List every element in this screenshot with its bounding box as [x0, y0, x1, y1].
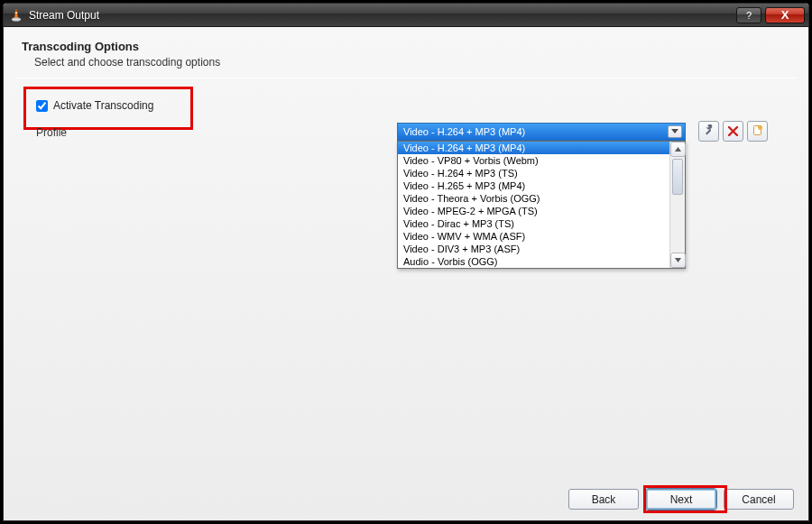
profile-dropdown-list[interactable]: Video - H.264 + MP3 (MP4) Video - VP80 +…: [397, 141, 686, 269]
edit-profile-button[interactable]: [698, 121, 719, 142]
cancel-button[interactable]: Cancel: [724, 489, 794, 510]
new-profile-button[interactable]: [747, 121, 768, 142]
activate-transcoding-input[interactable]: [36, 100, 48, 112]
new-document-icon: [752, 124, 763, 140]
svg-rect-0: [15, 12, 17, 13]
scrollbar[interactable]: [669, 142, 685, 268]
profile-option[interactable]: Video - MPEG-2 + MPGA (TS): [398, 205, 669, 217]
profile-option[interactable]: Audio - Vorbis (OGG): [398, 255, 669, 268]
x-icon: [728, 124, 738, 140]
activate-transcoding-label: Activate Transcoding: [53, 99, 153, 112]
profile-option[interactable]: Video - H.265 + MP3 (MP4): [398, 179, 669, 192]
dialog-window: Stream Output ? X Transcoding Options Se…: [3, 3, 809, 521]
delete-profile-button[interactable]: [723, 121, 743, 142]
app-icon: [9, 8, 23, 23]
scroll-thumb[interactable]: [672, 159, 683, 195]
profile-label: Profile: [36, 126, 67, 139]
profile-option[interactable]: Video - H.264 + MP3 (TS): [398, 167, 669, 179]
divider: [16, 78, 796, 78]
scroll-up-icon[interactable]: [670, 142, 686, 157]
profile-option[interactable]: Video - Dirac + MP3 (TS): [398, 217, 669, 230]
button-bar: Back Next Cancel: [568, 489, 794, 510]
profile-option[interactable]: Video - VP80 + Vorbis (Webm): [398, 154, 669, 167]
help-button[interactable]: ?: [736, 7, 761, 23]
back-button[interactable]: Back: [568, 489, 639, 510]
profile-option[interactable]: Video - DIV3 + MP3 (ASF): [398, 243, 669, 255]
profile-combo-value: Video - H.264 + MP3 (MP4): [403, 126, 525, 137]
next-button[interactable]: Next: [646, 489, 716, 510]
profile-option[interactable]: Video - WMV + WMA (ASF): [398, 230, 669, 243]
close-button[interactable]: X: [765, 7, 805, 23]
activate-transcoding-checkbox[interactable]: Activate Transcoding: [36, 99, 153, 112]
window-title: Stream Output: [29, 9, 736, 22]
title-bar: Stream Output ? X: [4, 4, 808, 27]
page-subheading: Select and choose transcoding options: [34, 56, 220, 69]
scroll-down-icon[interactable]: [670, 253, 686, 268]
client-area: Transcoding Options Select and choose tr…: [4, 27, 808, 520]
profile-option[interactable]: Video - Theora + Vorbis (OGG): [398, 192, 669, 205]
profile-combo[interactable]: Video - H.264 + MP3 (MP4): [397, 123, 686, 141]
page-heading: Transcoding Options: [22, 40, 139, 53]
chevron-down-icon: [668, 125, 682, 138]
wrench-icon: [703, 124, 715, 140]
svg-point-1: [12, 17, 21, 21]
profile-option[interactable]: Video - H.264 + MP3 (MP4): [398, 142, 669, 154]
